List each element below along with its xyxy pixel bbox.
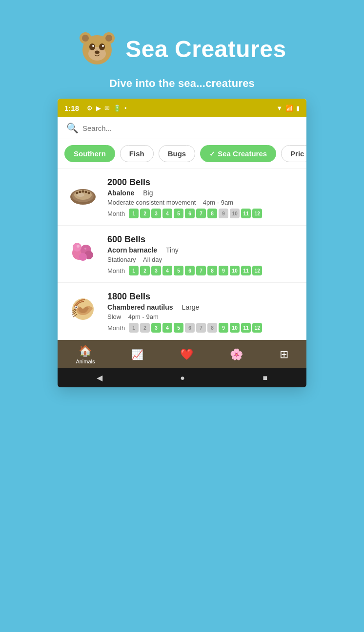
month-8: 8 [207,209,217,218]
android-nav: ◀ ● ■ [58,368,306,387]
mail-icon: ✉ [104,105,110,112]
month-3: 3 [151,209,161,218]
creature-info-acorn-barnacle: 600 Bells Acorn barnacle Tiny Stationary… [107,234,298,275]
android-home-btn[interactable]: ● [180,374,185,382]
creature-name-chambered-nautilus: Chambered nautilus [107,303,173,311]
creature-meta-chambered-nautilus: Chambered nautilus Large [107,303,298,311]
creature-size-acorn-barnacle: Tiny [166,246,179,254]
wifi-icon: ▼ [276,105,283,112]
month-7: 7 [196,209,206,218]
creature-info-abalone: 2000 Bells Abalone Big Moderate consiste… [107,177,298,218]
tab-price[interactable]: Pric [281,145,306,162]
creature-meta-abalone: Abalone Big [107,189,298,197]
battery-icon: 🔋 [113,105,121,112]
svg-point-25 [77,245,80,248]
android-recents-btn[interactable]: ■ [263,374,268,382]
creature-item-abalone: 2000 Bells Abalone Big Moderate consiste… [58,169,306,226]
android-back-btn[interactable]: ◀ [97,373,102,382]
filter-tabs: Southern Fish Bugs ✓ Sea Creatures Pric [58,139,306,169]
nav-item-flowers[interactable]: 🌸 [230,348,243,361]
month-2: 2 [140,209,150,218]
bottom-nav: 🏠 Animals 📈 ❤️ 🌸 ⊞ [58,340,306,368]
month-4: 4 [162,209,172,218]
creature-item-acorn-barnacle: 600 Bells Acorn barnacle Tiny Stationary… [58,226,306,283]
creature-meta-acorn-barnacle: Acorn barnacle Tiny [107,246,298,254]
bear-icon [78,29,117,68]
creature-months-abalone: Month 1 2 3 4 5 6 7 8 9 10 11 [107,209,298,218]
svg-point-9 [102,45,104,47]
status-time: 1:18 [64,104,79,112]
svg-point-33 [76,307,77,308]
creature-name-acorn-barnacle: Acorn barnacle [107,246,157,254]
creature-img-abalone [66,177,100,211]
settings-icon: ⚙ [87,105,93,112]
creature-list: 2000 Bells Abalone Big Moderate consiste… [58,169,306,340]
svg-point-18 [88,192,90,194]
play-icon: ▶ [96,105,101,112]
status-bar: 1:18 ⚙ ▶ ✉ 🔋 • ▼ 📶 ▮ [58,99,306,117]
home-icon: 🏠 [79,345,92,358]
month-6: 6 [185,209,195,218]
svg-point-10 [95,51,100,54]
svg-point-17 [85,191,87,193]
month-badges-acorn-barnacle: 1 2 3 4 5 6 7 8 9 10 11 12 [129,266,262,275]
nav-item-animals[interactable]: 🏠 Animals [76,345,95,364]
month-1: 1 [129,209,139,218]
svg-point-19 [77,193,84,197]
month-badges-chambered-nautilus: 1 2 3 4 5 6 7 8 9 10 11 12 [129,323,262,333]
creature-size-abalone: Big [143,189,153,197]
month-12: 12 [252,209,262,218]
creature-img-chambered-nautilus [66,292,100,325]
svg-point-16 [82,190,84,193]
svg-point-8 [92,45,94,47]
status-dot: • [124,105,127,112]
tab-southern[interactable]: Southern [64,145,115,162]
month-11: 11 [241,209,251,218]
nav-item-grid[interactable]: ⊞ [280,348,288,361]
creature-months-chambered-nautilus: Month 1 2 3 4 5 6 7 8 9 10 11 [107,323,298,333]
app-subtitle: Dive into the sea...creatures [109,77,255,90]
search-input[interactable] [82,124,298,132]
creature-img-acorn-barnacle [66,234,100,268]
trending-icon: 📈 [131,349,143,360]
nav-item-favorites[interactable]: ❤️ [180,348,193,361]
creature-item-chambered-nautilus: 1800 Bells Chambered nautilus Large Slow… [58,283,306,340]
month-badges-abalone: 1 2 3 4 5 6 7 8 9 10 11 12 [129,209,262,218]
creature-months-acorn-barnacle: Month 1 2 3 4 5 6 7 8 9 10 11 [107,266,298,275]
svg-point-7 [99,43,105,50]
signal-icon: 📶 [285,105,293,112]
month-9: 9 [219,209,228,218]
search-bar: 🔍 [58,117,306,139]
app-title: Sea Creatures [125,36,286,63]
creature-price-chambered-nautilus: 1800 Bells [107,292,298,302]
svg-point-26 [84,248,86,250]
tab-bugs[interactable]: Bugs [159,145,196,162]
svg-point-6 [89,43,95,50]
nav-item-trending[interactable]: 📈 [131,349,143,360]
tab-fish[interactable]: Fish [120,145,154,162]
svg-point-3 [82,35,89,42]
nav-label-animals: Animals [76,358,95,364]
creature-movement-chambered-nautilus: Slow 4pm - 9am [107,312,298,321]
svg-point-24 [79,253,87,261]
creature-price-acorn-barnacle: 600 Bells [107,234,298,245]
month-5: 5 [174,209,183,218]
svg-point-15 [79,191,81,193]
creature-price-abalone: 2000 Bells [107,177,298,188]
phone-frame: 1:18 ⚙ ▶ ✉ 🔋 • ▼ 📶 ▮ [58,99,306,387]
heart-icon: ❤️ [180,348,193,361]
checkmark-icon: ✓ [209,150,215,158]
status-icons: ⚙ ▶ ✉ 🔋 • [87,105,271,112]
creature-name-abalone: Abalone [107,189,134,197]
battery-right-icon: ▮ [296,105,300,112]
creature-size-chambered-nautilus: Large [182,303,200,311]
creature-movement-acorn-barnacle: Stationary All day [107,255,298,264]
search-icon: 🔍 [66,122,79,134]
creature-movement-abalone: Moderate consistent movement 4pm - 9am [107,198,298,207]
grid-icon: ⊞ [280,348,288,361]
svg-point-4 [105,35,112,42]
tab-sea-creatures[interactable]: ✓ Sea Creatures [200,145,276,162]
month-10: 10 [230,209,240,218]
creature-info-chambered-nautilus: 1800 Bells Chambered nautilus Large Slow… [107,292,298,333]
app-header: Sea Creatures [78,29,286,68]
